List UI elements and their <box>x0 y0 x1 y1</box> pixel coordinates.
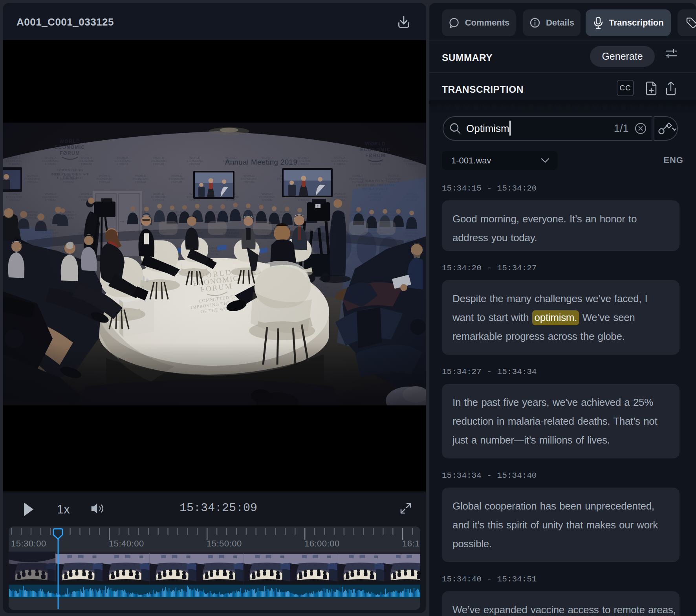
svg-text:15:50:00: 15:50:00 <box>207 539 242 548</box>
svg-text:16:00:00: 16:00:00 <box>304 539 340 548</box>
svg-text:15:40:00: 15:40:00 <box>109 539 144 548</box>
svg-text:16:10:00: 16:10:00 <box>402 539 420 548</box>
svg-text:15:30:00: 15:30:00 <box>11 539 46 548</box>
